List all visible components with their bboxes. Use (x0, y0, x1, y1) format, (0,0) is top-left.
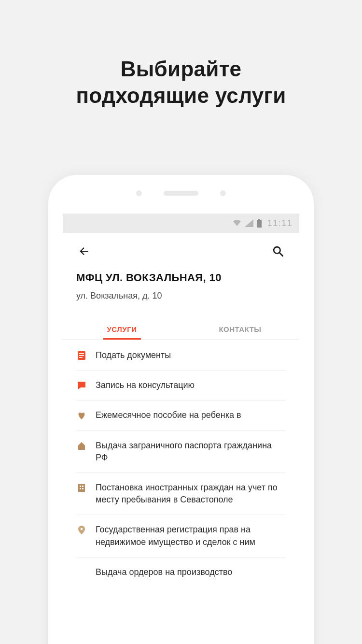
status-bar: 11:11 (63, 214, 299, 233)
promo-line-1: Выбирайте (0, 56, 362, 82)
promo-line-2: подходящие услуги (0, 82, 362, 109)
tab-services[interactable]: УСЛУГИ (63, 318, 181, 339)
office-address: ул. Вокзальная, д. 10 (76, 291, 286, 301)
wifi-icon (232, 219, 242, 227)
svg-line-3 (279, 253, 283, 256)
battery-icon (256, 219, 262, 228)
svg-point-13 (81, 528, 83, 530)
document-icon (76, 350, 87, 361)
service-item-partial[interactable]: Выдача ордеров на производство (76, 558, 286, 578)
svg-rect-8 (78, 484, 85, 492)
phone-screen: 11:11 МФЦ УЛ. ВОКЗАЛЬНАЯ, 10 ул. Вокзаль… (63, 214, 299, 644)
service-label: Запись на консультацию (96, 379, 195, 391)
service-label: Ежемесячное пособие на ребенка в (96, 409, 241, 421)
office-title: МФЦ УЛ. ВОКЗАЛЬНАЯ, 10 (76, 272, 286, 284)
phone-camera-dot (220, 190, 226, 196)
svg-rect-12 (82, 488, 84, 489)
svg-rect-10 (82, 486, 84, 487)
search-button[interactable] (270, 243, 286, 259)
svg-rect-6 (79, 355, 84, 356)
svg-rect-9 (80, 486, 81, 487)
svg-rect-0 (258, 219, 260, 220)
svg-rect-1 (257, 220, 262, 228)
tab-label: КОНТАКТЫ (219, 325, 261, 333)
map-pin-icon (76, 525, 87, 535)
service-label: Постановка иностранных граждан на учет п… (96, 482, 286, 506)
heart-icon (76, 410, 87, 421)
service-label: Подать документы (96, 349, 171, 361)
building-icon (76, 483, 87, 493)
service-item-consultation[interactable]: Запись на консультацию (76, 371, 286, 401)
svg-rect-7 (79, 357, 83, 358)
chat-icon (76, 380, 87, 391)
service-item-foreign-registration[interactable]: Постановка иностранных граждан на учет п… (76, 473, 286, 515)
title-block: МФЦ УЛ. ВОКЗАЛЬНАЯ, 10 ул. Вокзальная, д… (63, 265, 299, 306)
app-header (63, 233, 299, 265)
svg-rect-5 (79, 353, 84, 354)
search-icon (272, 245, 284, 258)
status-time: 11:11 (267, 218, 292, 229)
tabs: УСЛУГИ КОНТАКТЫ (63, 318, 299, 340)
service-item-submit-docs[interactable]: Подать документы (76, 340, 286, 371)
promo-headline: Выбирайте подходящие услуги (0, 0, 362, 109)
arrow-left-icon (78, 245, 90, 258)
service-item-property-registration[interactable]: Государственная регистрация прав на недв… (76, 515, 286, 557)
phone-sensor-dot (136, 190, 142, 196)
service-item-passport[interactable]: Выдача заграничного паспорта гражданина … (76, 431, 286, 473)
back-button[interactable] (76, 243, 92, 259)
service-label: Государственная регистрация прав на недв… (96, 524, 286, 548)
cellular-signal-icon (245, 219, 253, 227)
service-item-child-benefit[interactable]: Ежемесячное пособие на ребенка в (76, 401, 286, 430)
tab-label: УСЛУГИ (107, 325, 137, 333)
phone-speaker (164, 191, 198, 196)
phone-frame: 11:11 МФЦ УЛ. ВОКЗАЛЬНАЯ, 10 ул. Вокзаль… (48, 175, 314, 644)
svg-rect-11 (80, 488, 81, 489)
tab-contacts[interactable]: КОНТАКТЫ (181, 318, 299, 339)
home-icon (76, 441, 87, 451)
service-list: Подать документы Запись на консультацию … (63, 340, 299, 644)
service-label: Выдача заграничного паспорта гражданина … (96, 440, 286, 464)
